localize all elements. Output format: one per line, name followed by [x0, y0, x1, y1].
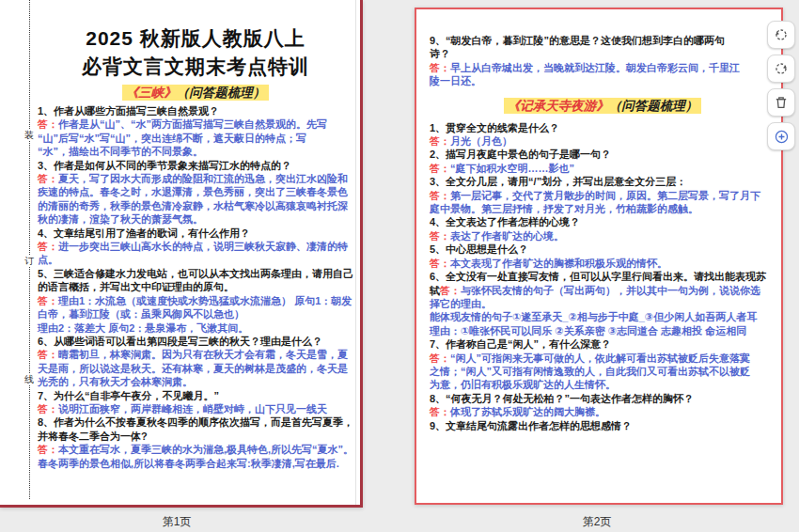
qa-line: 2、描写月夜庭中景色的句子是哪一句？ [430, 148, 776, 161]
qa-line: 6、全文没有一处直接写友情，但可以从字里行间看出来。请找出能表现苏 [430, 270, 776, 283]
section-heading-chengtiansi: 《记承天寺夜游》（问答题梳理） [430, 97, 776, 115]
qa-lines-page2: 1、贯穿全文的线索是什么？答：月光（月色）2、描写月夜庭中景色的句子是哪一句？答… [430, 121, 776, 432]
qa-line: 答：理由1：水流急（或速度快或水势迅猛或水流湍急） 原句1：朝发 [38, 294, 353, 307]
page-edge-line [355, 0, 356, 505]
qa-line: 秋的凄清，渲染了秋天的萧瑟气氛。 [38, 212, 353, 226]
trash-icon [774, 95, 789, 110]
qa-line: 能体现友情的句子①遂至承天_②相与步于中庭_③但少闲人如吾两人者耳 [430, 310, 776, 323]
qa-line: 答：作者是从“山”、“水”两方面描写描写三峡自然景观的。先写 [38, 117, 353, 131]
rotate-ccw-icon [774, 27, 789, 42]
qa-line: 9、“朝发白帝，暮到江陵”的意思是？这使我们想到李白的哪两句 [430, 34, 776, 47]
zoom-in-icon [774, 129, 790, 145]
qa-line: 答：月光（月色） [430, 134, 776, 148]
page-2-content: 9、“朝发白帝，暮到江陵”的意思是？这使我们想到李白的哪两句诗？答：早上从白帝城… [430, 32, 776, 432]
page-2-label: 第2页 [531, 514, 663, 530]
qa-line: 答：第一层记事，交代了赏月散步的时间，原因。第二层写景，写了月下 [430, 189, 776, 202]
qa-line: 春冬两季的景色相似,所以将春冬两季合起来写:秋季凄清,写在最后. [38, 457, 353, 470]
qa-line: 轼答：与张怀民友情的句子（写出两句），并以其中一句为例，说说你选 [430, 284, 776, 297]
page-1: 装 订 线 2025 秋新版人教版八上 必背文言文期末考点特训 《三峡》（问答题… [0, 0, 363, 508]
rotate-cw-button[interactable] [767, 55, 795, 83]
qa-line: 8、作者为什么不按春夏秋冬四季的顺序依次描写，而是首先写夏季， [38, 415, 353, 429]
page-2: 9、“朝发白帝，暮到江陵”的意思是？这使我们想到李白的哪两句诗？答：早上从白帝城… [415, 8, 783, 505]
qa-line: 答：表达了作者旷达的心境。 [430, 229, 776, 243]
qa-line: 答：夏天，写了因水大而形成的险阻和江流的迅急，突出江水凶险和 [38, 172, 353, 185]
qa-line: 白帝，暮到江陵（或：虽乘风御风不以急也） [38, 307, 353, 321]
qa-line: 4、文章结尾引用了渔者的歌词，有什么作用？ [38, 227, 353, 240]
qa-line: 答：“庭下如积水空明……影也” [430, 162, 776, 175]
rotate-cw-icon [774, 61, 789, 76]
qa-line: 4、全文表达了作者怎样的心境？ [430, 215, 776, 228]
qa-line: “山”后写“水”写“山”，突出连绵不断，遮天蔽日的特点；写 [38, 132, 353, 145]
qa-line: 答：“闲人”可指闲来无事可做的人，依此解可看出苏轼被贬后失意落寞 [430, 352, 776, 365]
qa-line: 答：体现了苏轼乐观旷达的阔大胸襟。 [430, 405, 776, 418]
page-1-label: 第1页 [111, 514, 243, 530]
qa-lines-page1: 1、作者从哪些方面描写三峡自然景观？答：作者是从“山”、“水”两方面描写描写三峡… [38, 104, 353, 470]
qa-line: 答：早上从白帝城出发，当晚就到达江陵。朝发白帝彩云间，千里江 [430, 61, 776, 74]
qa-line: 陵一日还。 [430, 74, 776, 87]
qa-line: 之情；“闲人”又可指有闲情逸致的人，自此我们又可看出苏轼不以被贬 [430, 365, 776, 378]
binding-char: 订 [23, 256, 36, 266]
qa-line: 疾速的特点。春冬之时，水退潭清，景色秀丽，突出了三峡春冬景色 [38, 185, 353, 198]
qa-line: 光秃的，只有秋天才会林寒涧肃。 [38, 375, 353, 388]
qa-line: 诗？ [430, 47, 776, 60]
rotate-ccw-button[interactable] [767, 21, 795, 49]
qa-line: 5、中心思想是什么？ [430, 243, 776, 256]
binding-char: 线 [23, 374, 36, 384]
delete-button[interactable] [767, 88, 795, 117]
qa-line: 1、贯穿全文的线索是什么？ [430, 121, 776, 134]
section-suffix: （问答题梳理） [609, 99, 698, 113]
section-heading-sanxia: 《三峡》（问答题梳理） [38, 84, 353, 102]
document-viewer: { "colors":{ "background":"#ececec", "le… [0, 0, 799, 532]
qa-line: 答：晴霜初旦，林寒涧肃。因为只有在秋天才会有霜，冬天是雪，夏 [38, 348, 353, 361]
qa-line: 3、作者是如何从不同的季节景象来描写江水的特点的？ [38, 159, 353, 172]
qa-line: 7、作者称自己是“闲人”，有什么深意？ [430, 337, 776, 351]
page-1-content: 2025 秋新版人教版八上 必背文言文期末考点特训 《三峡》（问答题梳理） 1、… [38, 24, 353, 470]
qa-line: 庭中景物。第三层抒情，抒发了对月光，竹柏蔬影的感触。 [430, 202, 776, 215]
qa-line: 3、全文分几层，请用“/”划分，并写出层意全文分三层： [430, 175, 776, 188]
section-book-title: 《三峡》 [126, 86, 177, 100]
qa-line: 7、为什么“自非亭午夜分，不见曦月。” [38, 389, 353, 402]
qa-lines-page2-intro: 9、“朝发白帝，暮到江陵”的意思是？这使我们想到李白的哪两句诗？答：早上从白帝城… [430, 34, 776, 88]
qa-line: 为意，仍旧有积极乐观旷达的人生情怀。 [430, 378, 776, 391]
qa-line: 理由2：落差大 原句2：悬泉瀑布，飞漱其间。 [38, 321, 353, 335]
binding-line [29, 0, 30, 499]
qa-line: 择它的理由。 [430, 297, 776, 310]
qa-line: 天是雨，所以说这是秋天。还有林寒，夏天的树林是茂盛的，冬天是 [38, 362, 353, 375]
qa-line: 答：说明江面狭窄，两岸群峰相连，峭壁对峙，山下只见一线天 [38, 402, 353, 415]
binding-char: 装 [23, 130, 36, 140]
qa-line: 8、“何夜无月？何处无松柏？”一句表达作者怎样的胸怀？ [430, 392, 776, 405]
qa-line: “水”，描绘出不同季节的不同景象。 [38, 145, 353, 158]
qa-line: 答：进一步突出三峡山高水长的特点，说明三峡秋天寂静、凄清的特 [38, 240, 353, 253]
qa-line: 的语言概括，并写出文中印证理由的原句。 [38, 280, 353, 293]
qa-line: 9、文章结尾句流露出作者怎样的思想感情？ [430, 419, 776, 432]
qa-line: 点。 [38, 253, 353, 266]
qa-line: 5、三峡适合修建水力发电站，也可以从本文找出两条理由，请用自己 [38, 267, 353, 280]
document-title-line1: 2025 秋新版人教版八上 [38, 24, 353, 53]
section-suffix: （问答题梳理） [177, 86, 266, 100]
qa-line: 答：本文表现了作者旷达的胸襟和积极乐观的情怀。 [430, 257, 776, 270]
qa-line: 的清丽的奇秀，秋季的景色清冷寂静，水枯气寒冷以高猿哀鸣衬托深 [38, 199, 353, 212]
document-title-line2: 必背文言文期末考点特训 [38, 53, 353, 81]
qa-line: 并将春冬二季合为一体? [38, 430, 353, 443]
section-book-title: 《记承天寺夜游》 [508, 99, 609, 113]
qa-line: 6、从哪些词语可以看出第四段是写三峡的秋天？理由是什么？ [38, 335, 353, 348]
qa-line: 答：本文重在写水，夏季三峡的水为湍急,极具特色,所以先写“夏水”。 [38, 443, 353, 456]
qa-line: 1、作者从哪些方面描写三峡自然景观？ [38, 104, 353, 117]
qa-line: 理由：①唯张怀民可以同乐 ②关系亲密 ③志同道合 志趣相投 命运相同 [430, 324, 776, 337]
zoom-in-button[interactable] [767, 122, 795, 150]
